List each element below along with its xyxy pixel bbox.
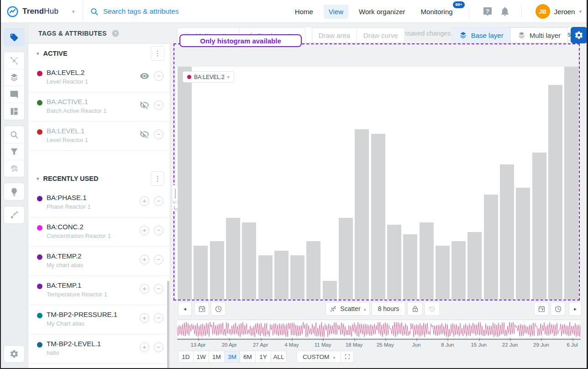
add-tag-button[interactable]: + — [140, 226, 149, 235]
nav-view[interactable]: View — [324, 5, 348, 19]
rail-comments-button[interactable] — [4, 86, 24, 103]
visibility-eye-off-icon[interactable] — [140, 100, 149, 110]
section-header-recently-used[interactable]: ▾RECENTLY USED⋮ — [28, 169, 170, 188]
global-search[interactable]: Search tags & attributes — [90, 0, 178, 23]
plot-type-dropdown[interactable]: Scatter▴ — [326, 302, 370, 316]
histogram-bar[interactable] — [339, 218, 353, 300]
zoom-1m-button[interactable]: 1M — [209, 351, 225, 363]
histogram-bar[interactable] — [274, 251, 289, 300]
remove-tag-button[interactable]: − — [154, 196, 163, 206]
tags-panel-scrollbar[interactable] — [167, 281, 169, 369]
histogram-bar[interactable] — [194, 246, 208, 300]
rail-layers-button[interactable] — [4, 69, 24, 86]
histogram-bar[interactable] — [258, 255, 273, 300]
tag-item-ba-phase-1[interactable]: BA:PHASE.1Phase Reactor 1+− — [28, 188, 170, 217]
remove-tag-button[interactable]: − — [154, 313, 163, 323]
histogram-bar[interactable] — [564, 66, 578, 300]
brand-logo[interactable]: TrendHub ▾ — [6, 0, 75, 23]
draw-curve-button[interactable]: Draw curve — [357, 27, 405, 43]
remove-tag-button[interactable]: − — [154, 255, 163, 264]
step-back-button[interactable]: ◂ — [178, 302, 192, 316]
rail-dashboard-button[interactable] — [4, 103, 24, 120]
histogram-bar[interactable] — [242, 222, 256, 300]
nav-home[interactable]: Home — [290, 5, 318, 19]
remove-tag-button[interactable]: − — [154, 284, 163, 294]
series-legend-chip[interactable]: BA:LEVEL.2 ▾ — [183, 71, 234, 83]
nav-monitoring[interactable]: Monitoring99+ — [416, 5, 458, 19]
remove-tag-button[interactable]: − — [154, 130, 163, 139]
histogram-bar[interactable] — [484, 195, 498, 300]
rail-settings-button[interactable] — [4, 345, 25, 363]
fit-range-button[interactable] — [341, 351, 354, 363]
section-menu-button[interactable]: ⋮ — [151, 171, 164, 186]
histogram-bar[interactable] — [323, 281, 337, 300]
draw-area-button[interactable]: Draw area — [312, 27, 357, 43]
nav-work-organizer[interactable]: Work organizer — [354, 5, 410, 19]
visibility-eye-icon[interactable] — [140, 71, 149, 81]
add-tag-button[interactable]: + — [140, 313, 149, 323]
section-menu-button[interactable]: ⋮ — [151, 46, 164, 61]
histogram-bar[interactable] — [210, 241, 224, 300]
histogram-bar[interactable] — [290, 255, 304, 300]
zoom-1w-button[interactable]: 1W — [194, 351, 209, 363]
histogram-bar[interactable] — [178, 66, 192, 300]
add-tag-button[interactable]: + — [140, 284, 149, 294]
zoom-3m-button[interactable]: 3M — [225, 351, 240, 363]
visibility-eye-off-icon[interactable] — [140, 130, 149, 139]
help-icon[interactable]: ? — [482, 6, 493, 17]
user-menu-caret-icon[interactable]: ▾ — [579, 9, 582, 15]
histogram-plot[interactable] — [176, 66, 578, 300]
notifications-bell-icon[interactable] — [499, 6, 510, 17]
custom-range-button[interactable]: CUSTOM ▴ — [297, 351, 341, 363]
tag-item-ba-active-1[interactable]: BA:ACTIVE.1Batch Active Reactor 1− — [28, 92, 170, 121]
lock-range-button[interactable] — [407, 302, 423, 316]
tag-item-ba-conc-2[interactable]: BA:CONC.2Concentration Reactor 1+− — [28, 217, 170, 247]
histogram-bar[interactable] — [516, 188, 530, 300]
histogram-bar[interactable] — [548, 85, 562, 300]
histogram-bar[interactable] — [403, 234, 417, 300]
chart-settings-button[interactable] — [571, 27, 587, 43]
rail-connections-button[interactable] — [4, 206, 24, 223]
start-clock-button[interactable] — [211, 302, 226, 316]
rail-search-button[interactable] — [4, 126, 24, 143]
rail-filter-button[interactable] — [4, 143, 24, 160]
step-forward-button[interactable]: ▸ — [569, 302, 582, 316]
remove-tag-button[interactable]: − — [154, 100, 163, 110]
rail-ideas-button[interactable] — [4, 183, 24, 200]
remove-tag-button[interactable]: − — [154, 343, 163, 352]
histogram-bar[interactable] — [452, 241, 466, 300]
end-clock-button[interactable] — [551, 302, 565, 316]
add-tag-button[interactable]: + — [140, 255, 149, 264]
tag-item-ba-temp-1[interactable]: BA:TEMP.1Temperature Reactor 1+− — [28, 276, 170, 305]
zoom-all-button[interactable]: ALL — [271, 351, 287, 363]
histogram-bar[interactable] — [226, 218, 240, 300]
zoom-1d-button[interactable]: 1D — [178, 351, 194, 363]
histogram-bar[interactable] — [306, 241, 320, 300]
histogram-bar[interactable] — [532, 153, 546, 300]
start-calendar-button[interactable] — [194, 302, 209, 316]
multi-layer-button[interactable]: Multi layer — [511, 27, 568, 43]
tag-item-tm-bp2-pressure-1[interactable]: TM-BP2-PRESSURE.1My Chart alias+− — [28, 305, 170, 334]
rail-tags-button[interactable] — [4, 29, 24, 46]
tag-item-ba-level-1[interactable]: BA:LEVEL.1Level Reactor 1− — [28, 121, 170, 151]
y-axis-scrollbar[interactable] — [172, 185, 178, 201]
tag-item-ba-level-2[interactable]: BA:LEVEL.2Level Reactor 1− — [28, 63, 170, 92]
histogram-bar[interactable] — [500, 164, 514, 300]
end-calendar-button[interactable] — [534, 302, 549, 316]
rail-calculations-button[interactable] — [4, 52, 24, 69]
brand-caret-icon[interactable]: ▾ — [72, 9, 75, 15]
histogram-bar[interactable] — [371, 134, 385, 300]
histogram-bar[interactable] — [387, 225, 401, 300]
remove-tag-button[interactable]: − — [154, 71, 163, 81]
timeline-navigator[interactable] — [177, 320, 581, 338]
histogram-bar[interactable] — [467, 232, 482, 300]
history-button[interactable] — [425, 302, 440, 316]
tag-item-ba-temp-2[interactable]: BA:TEMP.2My chart alias+− — [28, 247, 170, 276]
zoom-1y-button[interactable]: 1Y — [256, 351, 271, 363]
remove-tag-button[interactable]: − — [154, 226, 163, 235]
section-header-active[interactable]: ▾ACTIVE⋮ — [28, 44, 170, 63]
histogram-bar[interactable] — [420, 222, 434, 300]
base-layer-button[interactable]: Base layer — [452, 27, 511, 43]
rail-fingerprint-button[interactable] — [4, 160, 24, 177]
zoom-6m-button[interactable]: 6M — [240, 351, 256, 363]
